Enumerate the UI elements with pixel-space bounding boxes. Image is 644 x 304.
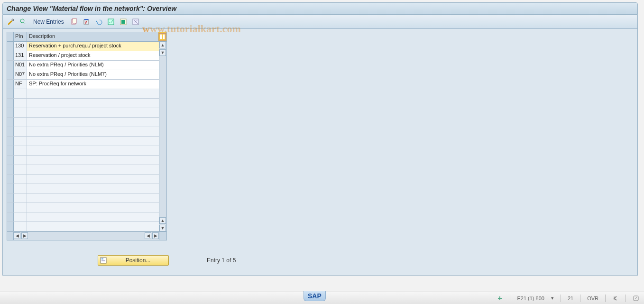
scroll-right-icon[interactable]: ▶ [152,232,159,239]
row-selector[interactable] [7,80,14,89]
row-selector[interactable] [7,184,14,193]
row-selector[interactable] [7,70,14,79]
table-row[interactable]: 131Reservation / project stock [7,51,159,61]
table-row-empty[interactable] [7,222,159,231]
row-selector[interactable] [7,42,14,51]
table-row-empty[interactable] [7,193,159,203]
table-row-empty[interactable] [7,99,159,108]
undo-button[interactable] [93,17,104,27]
table-row-empty[interactable] [7,212,159,222]
cell-pin[interactable] [14,89,27,98]
table-row-empty[interactable] [7,203,159,212]
cell-pin[interactable] [14,127,27,136]
row-selector[interactable] [7,146,14,155]
cell-pin[interactable]: N01 [14,61,27,70]
table-row-empty[interactable] [7,175,159,184]
select-all-button[interactable] [106,17,116,27]
cell-pin[interactable] [14,212,27,221]
scroll-up-icon[interactable]: ▲ [159,42,166,48]
row-selector[interactable] [7,193,14,203]
vertical-scrollbar[interactable]: ▲ ▼ ▲ ▼ [159,42,166,231]
cell-description[interactable] [27,193,159,203]
cell-pin[interactable] [14,108,27,117]
cell-description[interactable] [27,203,159,212]
row-selector[interactable] [7,175,14,184]
cell-description[interactable] [27,118,159,127]
cell-pin[interactable]: 130 [14,42,27,51]
row-selector[interactable] [7,212,14,221]
scroll-left-step-icon[interactable]: ▶ [21,232,28,239]
table-row[interactable]: N07No extra PReq / Priorities (NLM7) [7,70,159,80]
cell-description[interactable] [27,165,159,174]
cell-pin[interactable] [14,137,27,146]
row-selector[interactable] [7,222,14,231]
cell-pin[interactable] [14,118,27,127]
change-display-toggle-button[interactable] [6,17,16,27]
cell-description[interactable]: No extra PReq / Priorities (NLM) [27,61,159,70]
row-selector[interactable] [7,156,14,165]
cell-pin[interactable] [14,222,27,231]
table-row-empty[interactable] [7,156,159,165]
cell-pin[interactable] [14,146,27,155]
cell-description[interactable]: SP: ProcReq for network [27,80,159,89]
row-selector[interactable] [7,137,14,146]
cell-description[interactable] [27,175,159,184]
status-tree-icon[interactable] [497,295,503,302]
other-view-button[interactable] [18,17,28,27]
cell-description[interactable]: Reservation + purch.requ./ project stock [27,42,159,51]
status-abort-icon[interactable] [633,295,639,302]
table-row-empty[interactable] [7,127,159,137]
cell-pin[interactable]: NF [14,80,27,89]
deselect-all-button[interactable] [130,17,141,27]
cell-pin[interactable] [14,99,27,108]
cell-pin[interactable] [14,184,27,193]
cell-pin[interactable]: 131 [14,51,27,60]
table-row-empty[interactable] [7,165,159,175]
row-selector[interactable] [7,203,14,212]
status-dropdown-icon[interactable]: ▾ [551,295,554,301]
row-selector[interactable] [7,127,14,136]
cell-pin[interactable] [14,193,27,203]
select-block-button[interactable] [118,17,129,27]
row-selector[interactable] [7,99,14,108]
table-row-empty[interactable] [7,118,159,127]
delete-button[interactable] [81,17,92,27]
scroll-right-step-icon[interactable]: ◀ [145,232,151,239]
cell-description[interactable] [27,222,159,231]
table-row-empty[interactable] [7,137,159,146]
status-system[interactable]: E21 (1) 800 [517,295,544,301]
new-entries-button[interactable]: New Entries [30,18,67,25]
cell-description[interactable] [27,89,159,98]
horizontal-scrollbar[interactable]: ◀ ▶ ◀ ▶ [7,231,166,240]
table-row[interactable]: 130Reservation + purch.requ./ project st… [7,42,159,51]
cell-description[interactable] [27,212,159,221]
table-row-empty[interactable] [7,89,159,99]
row-selector[interactable] [7,165,14,174]
table-row[interactable]: NFSP: ProcReq for network [7,80,159,89]
row-selector[interactable] [7,118,14,127]
cell-pin[interactable] [14,203,27,212]
table-row[interactable]: N01No extra PReq / Priorities (NLM) [7,61,159,70]
cell-pin[interactable] [14,165,27,174]
column-header-description[interactable]: Description [27,32,158,41]
cell-description[interactable] [27,146,159,155]
scroll-thumb-bottom[interactable]: ▲ [159,217,166,224]
row-selector[interactable] [7,51,14,60]
row-selector[interactable] [7,89,14,98]
status-back-icon[interactable] [612,295,619,302]
scroll-left-icon[interactable]: ◀ [14,232,20,239]
column-header-pin[interactable]: PIn [14,32,27,41]
row-selector[interactable] [7,61,14,70]
scroll-down-icon[interactable]: ▼ [159,225,166,231]
cell-pin[interactable] [14,175,27,184]
copy-as-button[interactable] [69,17,79,27]
grid-select-all-corner[interactable] [7,32,14,41]
table-row-empty[interactable] [7,146,159,156]
cell-description[interactable] [27,99,159,108]
cell-description[interactable] [27,127,159,136]
cell-description[interactable]: Reservation / project stock [27,51,159,60]
table-settings-button[interactable] [158,32,166,41]
cell-description[interactable]: No extra PReq / Priorities (NLM7) [27,70,159,79]
table-row-empty[interactable] [7,184,159,193]
scroll-thumb-top[interactable]: ▼ [159,49,166,56]
